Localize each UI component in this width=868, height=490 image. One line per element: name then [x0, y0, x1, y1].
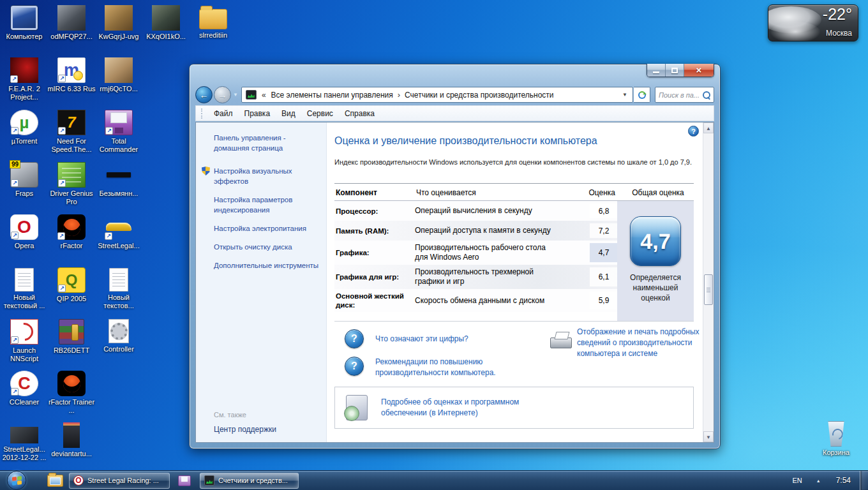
overall-score-caption: Определяется наименьшей оценкой: [622, 272, 689, 303]
desktop-icon[interactable]: F.E.A.R. 2 Project...: [0, 57, 49, 101]
taskbar-button-performance-tools[interactable]: Счетчики и средств...: [200, 473, 299, 489]
menu-item[interactable]: Файл: [208, 107, 239, 120]
shortcut-arrow-icon: [11, 179, 19, 187]
desktop-icon[interactable]: slrreditiin: [189, 5, 237, 40]
desktop-icon[interactable]: KXqOI1kO...: [142, 5, 190, 41]
sidebar-home-link[interactable]: Панель управления - домашняя страница: [214, 133, 322, 153]
menu-item[interactable]: Вид: [276, 107, 301, 120]
component-score: 4,7: [590, 243, 618, 262]
address-dropdown-icon[interactable]: ▼: [618, 92, 631, 98]
desktop-icon[interactable]: Новый текстов...: [94, 267, 143, 310]
language-indicator[interactable]: EN: [784, 477, 809, 484]
desktop-icon-label: mIRC 6.33 Rus: [47, 85, 96, 93]
sidebar-task-link[interactable]: Дополнительные инструменты: [214, 260, 322, 271]
desktop-icon[interactable]: Total Commander: [94, 110, 143, 154]
desktop-icon[interactable]: StreetLegal...: [94, 214, 143, 250]
gadget-temperature: -22°: [823, 5, 852, 24]
column-header-what: Что оценивается: [416, 188, 476, 197]
question-icon[interactable]: ?: [345, 329, 364, 348]
desktop-icon[interactable]: mIRC 6.33 Rus: [47, 57, 96, 93]
desktop-icon[interactable]: Корзина: [812, 421, 860, 457]
desktop-icon[interactable]: CCleaner: [0, 371, 49, 406]
start-button[interactable]: [7, 471, 26, 490]
desktop-icon[interactable]: Need For Speed.The...: [47, 110, 96, 154]
desktop-icon[interactable]: deviantartu...: [47, 422, 96, 458]
total-commander-taskbar-icon[interactable]: [178, 475, 191, 486]
desktop-icon[interactable]: Fraps: [0, 162, 49, 198]
print-details-link[interactable]: Отображение и печать подробных сведений …: [577, 327, 707, 359]
component-description: Скорость обмена данными с диском: [415, 296, 551, 306]
desktop-icon-label: StreetLegal...: [94, 242, 143, 250]
taskbar-button-street-legal-racing[interactable]: Street Legal Racing: ...: [69, 473, 170, 489]
minimize-button[interactable]: [647, 64, 666, 77]
sidebar-task-link[interactable]: Настройка параметров индексирования: [214, 195, 322, 215]
desktop-icon-label: F.E.A.R. 2 Project...: [0, 85, 49, 101]
close-button[interactable]: ×: [684, 64, 714, 77]
question-icon[interactable]: ?: [345, 357, 364, 376]
sidebar-task-link[interactable]: Настройка визуальных эффектов: [214, 166, 322, 186]
search-box[interactable]: Поиск в па...: [655, 87, 714, 103]
folder-icon: [199, 9, 227, 29]
desktop-icon-label: rmj6QcTO...: [94, 85, 143, 93]
scrollbar[interactable]: ▲ ▼: [703, 122, 714, 442]
desktop-icon[interactable]: Launch NNScript: [0, 319, 49, 363]
address-bar[interactable]: « Все элементы панели управления › Счетч…: [241, 87, 633, 103]
desktop-icon[interactable]: odMFQP27...: [47, 5, 96, 41]
desktop-icon[interactable]: rFactor: [47, 214, 96, 250]
desktop-icon[interactable]: µTorrent: [0, 110, 49, 145]
sidebar-task-link[interactable]: Открыть очистку диска: [214, 242, 322, 252]
weather-gadget[interactable]: -22° Москва: [768, 4, 858, 41]
breadcrumb-overflow-icon[interactable]: «: [262, 91, 266, 100]
forward-button[interactable]: →: [214, 86, 231, 103]
rfactor-icon: [57, 371, 86, 396]
refresh-button[interactable]: [634, 87, 650, 103]
desktop-icon[interactable]: Новый текстовый ...: [0, 267, 49, 310]
desktop-icon[interactable]: RB26DETT: [47, 319, 96, 355]
desktop-icon[interactable]: KwGqrjJ-uvg: [94, 5, 143, 41]
qip-icon: [57, 267, 86, 293]
desktop-icon[interactable]: Безымянн...: [94, 162, 143, 198]
desktop-icon[interactable]: Компьютер: [0, 5, 49, 41]
sidebar-task-link[interactable]: Настройка электропитания: [214, 223, 322, 234]
desktop-icon[interactable]: Opera: [0, 214, 49, 250]
desktop-icon[interactable]: Driver Genius Pro: [47, 162, 96, 206]
breadcrumb-root[interactable]: Все элементы панели управления: [269, 91, 396, 100]
clock[interactable]: 7:54: [827, 476, 860, 485]
recent-pages-dropdown-icon[interactable]: ▼: [233, 92, 238, 98]
desktop-icon[interactable]: StreetLegal... 2012-12-22 ...: [0, 422, 49, 462]
desktop-icon[interactable]: rFactor Trainer ...: [47, 371, 96, 415]
online-info-link[interactable]: Подробнее об оценках и программном обесп…: [381, 397, 548, 419]
shortcut-arrow-icon: [58, 285, 66, 292]
score-table: Процессор: Операций вычисления в секунду…: [334, 201, 694, 321]
menu-item[interactable]: Сервис: [301, 107, 339, 120]
component-name: Основной жесткий диск:: [334, 292, 415, 309]
scrollbar-thumb[interactable]: [704, 274, 713, 305]
what-do-numbers-mean-link[interactable]: Что означают эти цифры?: [375, 334, 468, 345]
menu-item[interactable]: Правка: [239, 107, 276, 120]
printer-icon[interactable]: [550, 332, 572, 348]
support-center-link[interactable]: Центр поддержки: [214, 425, 276, 434]
scroll-up-icon[interactable]: ▲: [703, 122, 714, 133]
desktop-icon-label: µTorrent: [0, 137, 49, 145]
breadcrumb-current[interactable]: Счетчики и средства производительности: [402, 91, 556, 100]
back-button[interactable]: ←: [195, 86, 213, 103]
performance-tips-link[interactable]: Рекомендации по повышению производительн…: [375, 357, 535, 378]
desktop-icon-label: Opera: [0, 242, 49, 250]
desktop-icon-label: QIP 2005: [47, 295, 96, 303]
help-icon[interactable]: ?: [688, 126, 699, 137]
scroll-down-icon[interactable]: ▼: [703, 431, 714, 442]
tray-expand-icon[interactable]: ▲: [810, 479, 827, 483]
component-name: Процессор:: [334, 207, 415, 216]
desktop-icon[interactable]: rmj6QcTO...: [94, 57, 143, 93]
desktop-icon-label: KXqOI1kO...: [142, 33, 190, 41]
explorer-taskbar-icon[interactable]: [47, 475, 63, 487]
desktop-icon[interactable]: Controller: [94, 319, 143, 353]
menu-item[interactable]: Справка: [339, 107, 380, 120]
textfile-icon: [15, 268, 34, 292]
desktop-icon[interactable]: QIP 2005: [47, 267, 96, 303]
desktop-icon-label: RB26DETT: [47, 346, 96, 355]
nfs-icon: [57, 110, 86, 135]
maximize-button[interactable]: [666, 64, 684, 77]
show-desktop-button[interactable]: [860, 471, 868, 490]
component-score: 5,9: [590, 292, 618, 309]
